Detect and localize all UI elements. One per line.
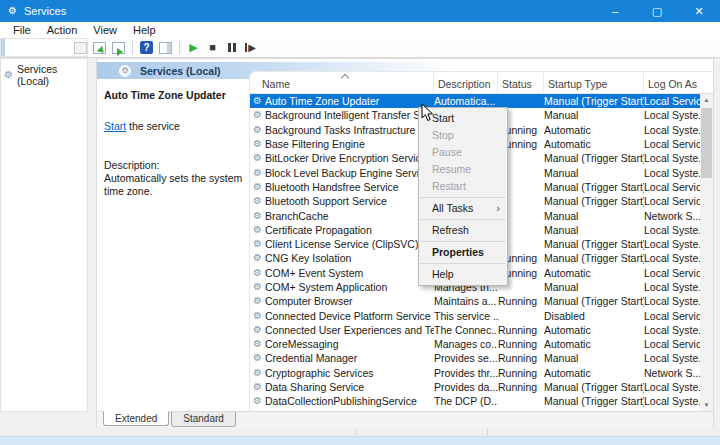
show-hide-console-tree-button[interactable] bbox=[52, 39, 71, 56]
service-name: Base Filtering Engine bbox=[265, 138, 365, 150]
tab-extended[interactable]: Extended bbox=[103, 411, 169, 426]
service-logon-cell: Local Syste... bbox=[644, 281, 700, 293]
taskpad-header-title: Services (Local) bbox=[140, 65, 221, 77]
service-name: Bluetooth Support Service bbox=[265, 195, 387, 207]
service-status-cell: Running bbox=[498, 324, 544, 336]
scroll-down-icon[interactable]: ▼ bbox=[700, 399, 713, 411]
context-menu-item-pause[interactable]: Pause bbox=[419, 144, 507, 161]
service-name: Data Sharing Service bbox=[265, 381, 364, 393]
service-startup-type-cell: Manual (Trigger Start) bbox=[544, 195, 644, 207]
scroll-up-icon[interactable]: ▲ bbox=[700, 94, 713, 106]
table-row[interactable]: ⚙Data Sharing ServiceProvides da...Runni… bbox=[250, 380, 700, 394]
service-icon: ⚙ bbox=[253, 153, 262, 163]
service-name: Background Tasks Infrastructure Service bbox=[265, 124, 434, 136]
main-area: ⚙ Services (Local) ⚙ Services (Local) Au… bbox=[0, 58, 720, 412]
submenu-arrow-icon: › bbox=[496, 200, 500, 217]
context-menu-item-help[interactable]: Help bbox=[419, 266, 507, 283]
service-name: Credential Manager bbox=[265, 352, 357, 364]
service-logon-cell: Local Syste... bbox=[644, 152, 700, 164]
status-bar-divider bbox=[487, 429, 488, 435]
export-list-icon bbox=[112, 42, 125, 54]
stop-service-button[interactable]: ■ bbox=[203, 39, 222, 56]
context-menu-item-restart[interactable]: Restart bbox=[419, 178, 507, 195]
service-startup-type-cell: Manual (Trigger Start) bbox=[544, 181, 644, 193]
service-logon-cell: Local Service bbox=[644, 338, 700, 350]
menu-view[interactable]: View bbox=[85, 24, 125, 36]
start-service-link[interactable]: Start bbox=[104, 120, 126, 132]
service-icon: ⚙ bbox=[253, 268, 262, 278]
context-menu-separator bbox=[420, 219, 506, 220]
context-menu-item-resume[interactable]: Resume bbox=[419, 161, 507, 178]
service-icon: ⚙ bbox=[253, 339, 262, 349]
close-button[interactable]: ✕ bbox=[678, 0, 720, 22]
service-startup-type-cell: Manual bbox=[544, 224, 644, 236]
context-menu-item-all-tasks[interactable]: All Tasks› bbox=[419, 200, 507, 217]
table-row[interactable]: ⚙Cryptographic ServicesProvides thr...Ru… bbox=[250, 366, 700, 380]
context-menu: StartStopPauseResumeRestartAll Tasks›Ref… bbox=[418, 107, 508, 286]
service-logon-cell: Local Syste... bbox=[644, 167, 700, 179]
menu-help[interactable]: Help bbox=[125, 24, 164, 36]
service-action-suffix: the service bbox=[126, 120, 180, 132]
status-bar-divider bbox=[356, 429, 357, 435]
show-hide-action-pane-button[interactable] bbox=[156, 39, 175, 56]
service-logon-cell: Local Service bbox=[644, 95, 700, 107]
menu-action[interactable]: Action bbox=[39, 24, 86, 36]
scrollbar-thumb[interactable] bbox=[701, 108, 712, 178]
context-menu-item-refresh[interactable]: Refresh bbox=[419, 222, 507, 239]
table-row[interactable]: ⚙Connected User Experiences and Tele...T… bbox=[250, 323, 700, 337]
tab-standard[interactable]: Standard bbox=[171, 412, 236, 427]
table-row[interactable]: ⚙Computer BrowserMaintains a...RunningMa… bbox=[250, 294, 700, 308]
column-header-log-on-as[interactable]: Log On As bbox=[644, 72, 713, 93]
table-row[interactable]: ⚙Credential ManagerProvides se...Running… bbox=[250, 351, 700, 365]
service-icon: ⚙ bbox=[253, 110, 262, 120]
service-icon: ⚙ bbox=[253, 296, 262, 306]
vertical-scrollbar[interactable]: ▲ ▼ bbox=[700, 94, 713, 411]
column-header-startup-type[interactable]: Startup Type bbox=[544, 72, 644, 93]
column-header-status[interactable]: Status bbox=[498, 72, 544, 93]
service-description-cell: The Connec... bbox=[434, 324, 498, 336]
context-menu-separator bbox=[420, 263, 506, 264]
column-header-description[interactable]: Description bbox=[434, 72, 498, 93]
service-icon: ⚙ bbox=[253, 311, 262, 321]
start-service-icon: ▶ bbox=[189, 42, 197, 53]
start-service-button[interactable]: ▶ bbox=[184, 39, 203, 56]
service-startup-type-cell: Manual bbox=[544, 281, 644, 293]
service-icon: ⚙ bbox=[253, 253, 262, 263]
selected-service-title: Auto Time Zone Updater bbox=[104, 89, 243, 101]
restart-service-icon: ▶ bbox=[245, 42, 256, 53]
context-menu-item-properties[interactable]: Properties bbox=[419, 244, 507, 261]
export-list-button[interactable] bbox=[109, 39, 128, 56]
window-bottom-edge bbox=[0, 436, 720, 445]
tree-item-services-local[interactable]: ⚙ Services (Local) bbox=[1, 59, 87, 91]
service-icon: ⚙ bbox=[253, 182, 262, 192]
service-logon-cell: Local Syste... bbox=[644, 295, 700, 307]
menu-file[interactable]: File bbox=[5, 24, 39, 36]
minimize-button[interactable]: – bbox=[594, 0, 636, 22]
service-startup-type-cell: Manual (Trigger Start) bbox=[544, 381, 644, 393]
list-header: Name Description Status Startup Type Log… bbox=[250, 72, 713, 94]
refresh-button[interactable] bbox=[90, 39, 109, 56]
service-description: Automatically sets the system time zone. bbox=[104, 172, 243, 198]
service-status-cell: Running bbox=[498, 338, 544, 350]
table-row[interactable]: ⚙CoreMessagingManages co...RunningAutoma… bbox=[250, 337, 700, 351]
taskpad-header-icon: ⚙ bbox=[119, 65, 131, 77]
service-name: Connected User Experiences and Tele... bbox=[265, 324, 434, 336]
maximize-button[interactable]: ▢ bbox=[636, 0, 678, 22]
service-logon-cell: Network S... bbox=[644, 367, 700, 379]
context-menu-item-stop[interactable]: Stop bbox=[419, 127, 507, 144]
service-icon: ⚙ bbox=[253, 196, 262, 206]
service-startup-type-cell: Automatic bbox=[544, 338, 644, 350]
service-name: Auto Time Zone Updater bbox=[265, 95, 379, 107]
service-logon-cell: Local Syste... bbox=[644, 109, 700, 121]
service-logon-cell: Local Service bbox=[644, 310, 700, 322]
restart-service-button[interactable]: ▶ bbox=[241, 39, 260, 56]
service-description-cell: Manages co... bbox=[434, 338, 498, 350]
table-row[interactable]: ⚙DataCollectionPublishingServiceThe DCP … bbox=[250, 394, 700, 408]
table-row[interactable]: ⚙Connected Device Platform ServiceThis s… bbox=[250, 308, 700, 322]
column-header-name[interactable]: Name bbox=[250, 72, 434, 93]
service-icon: ⚙ bbox=[253, 353, 262, 363]
service-name: Cryptographic Services bbox=[265, 367, 374, 379]
service-startup-type-cell: Manual bbox=[544, 109, 644, 121]
pause-service-button[interactable] bbox=[222, 39, 241, 56]
help-button[interactable]: ? bbox=[137, 39, 156, 56]
